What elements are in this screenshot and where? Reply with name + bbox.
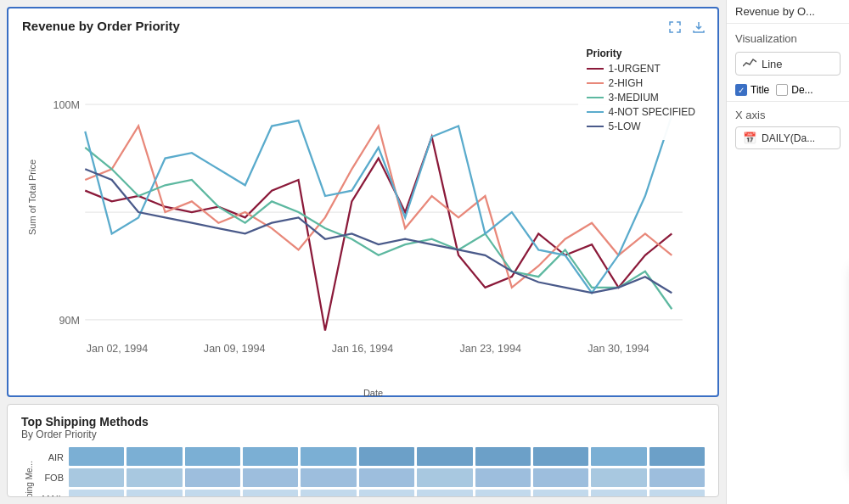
heatmap-cell xyxy=(533,447,588,466)
chart-title: Revenue by Order Priority xyxy=(22,19,704,33)
legend-item-2: 2-HIGH xyxy=(587,77,695,89)
chart-legend: Priority 1-URGENT 2-HIGH 3-MEDIUM 4-NOT … xyxy=(578,42,704,140)
svg-text:Jan 09, 1994: Jan 09, 1994 xyxy=(204,343,266,355)
xaxis-value: DAILY(Da... xyxy=(762,132,815,144)
heatmap-cell xyxy=(417,490,472,497)
description-checkbox[interactable] xyxy=(776,84,788,96)
bottom-chart-container: Top Shipping Methods By Order Priority S… xyxy=(7,404,719,497)
heatmap-cell xyxy=(533,468,588,487)
svg-text:Jan 23, 1994: Jan 23, 1994 xyxy=(459,343,521,355)
heatmap-cell xyxy=(301,490,356,497)
legend-item-4: 4-NOT SPECIFIED xyxy=(587,106,695,118)
line-chart-icon xyxy=(743,57,756,70)
heatmap-cell xyxy=(127,447,182,466)
title-checkbox[interactable]: ✓ xyxy=(735,84,747,96)
download-icon[interactable] xyxy=(690,19,707,39)
heatmap-cell xyxy=(69,468,124,487)
heatmap-cell xyxy=(591,447,646,466)
heatmap-cell xyxy=(359,447,414,466)
chart-icons xyxy=(666,19,707,39)
main-chart-container: Revenue by Order Priority Sum of Total P… xyxy=(7,7,719,397)
heatmap-cell xyxy=(359,468,414,487)
heatmap-cell xyxy=(475,447,531,466)
visualization-section: Visualization Line ✓ Title De... xyxy=(727,24,849,101)
heatmap-cell xyxy=(649,490,705,497)
svg-text:90M: 90M xyxy=(59,315,80,327)
heatmap-cell xyxy=(475,468,531,487)
legend-item-5: 5-LOW xyxy=(587,120,695,132)
svg-text:Jan 16, 1994: Jan 16, 1994 xyxy=(332,343,394,355)
bottom-chart-title: Top Shipping Methods xyxy=(21,415,705,428)
viz-line-label: Line xyxy=(762,58,783,70)
heatmap-row-mail xyxy=(69,490,705,497)
heatmap-cell xyxy=(649,468,705,487)
legend-title: Priority xyxy=(587,48,695,59)
title-checkbox-item[interactable]: ✓ Title xyxy=(735,84,769,96)
legend-item-3: 3-MEDIUM xyxy=(587,92,695,104)
heatmap-grid xyxy=(69,447,705,497)
heatmap-cell xyxy=(127,490,182,497)
heatmap-cell xyxy=(649,447,705,466)
svg-text:Jan 30, 1994: Jan 30, 1994 xyxy=(588,343,649,355)
left-panel: Revenue by Order Priority Sum of Total P… xyxy=(0,0,726,504)
right-panel: Revenue by O... Visualization Line ✓ Tit… xyxy=(726,0,849,504)
svg-text:100M: 100M xyxy=(53,99,80,111)
visualization-label: Visualization xyxy=(735,32,841,45)
heatmap-cell xyxy=(243,468,298,487)
heatmap-cell xyxy=(127,468,182,487)
heatmap-cell xyxy=(475,490,531,497)
svg-text:Jan 02, 1994: Jan 02, 1994 xyxy=(87,343,149,355)
viz-line-option[interactable]: Line xyxy=(735,52,841,76)
heatmap-cell xyxy=(243,447,298,466)
heatmap-cell xyxy=(69,490,124,497)
calendar-icon: 📅 xyxy=(743,132,756,144)
heatmap-row-fob xyxy=(69,468,705,487)
heatmap-cell xyxy=(243,490,298,497)
xaxis-daily-pill[interactable]: 📅 DAILY(Da... xyxy=(735,126,841,149)
title-label: Title xyxy=(751,84,769,96)
description-checkbox-item[interactable]: De... xyxy=(776,84,812,96)
legend-item-1: 1-URGENT xyxy=(587,63,695,75)
heatmap-area: Shipping Me... AIR FOB MAIL RAIL xyxy=(21,447,705,497)
x-axis-label: Date xyxy=(42,388,704,398)
heatmap-cell xyxy=(185,447,240,466)
heatmap-y-labels: AIR FOB MAIL RAIL xyxy=(37,447,64,497)
heatmap-cell xyxy=(591,490,646,497)
right-panel-header: Revenue by O... xyxy=(727,0,849,24)
bottom-chart-subtitle: By Order Priority xyxy=(21,428,705,440)
expand-icon[interactable] xyxy=(666,19,683,39)
heatmap-cell xyxy=(359,490,414,497)
heatmap-cell xyxy=(591,468,646,487)
heatmap-cell xyxy=(185,468,240,487)
heatmap-cell xyxy=(185,490,240,497)
heatmap-row-air xyxy=(69,447,705,466)
description-label: De... xyxy=(791,84,812,96)
heatmap-cell xyxy=(533,490,588,497)
heatmap-cell xyxy=(301,447,356,466)
heatmap-cell xyxy=(301,468,356,487)
heatmap-cell xyxy=(417,468,472,487)
checkboxes-row: ✓ Title De... xyxy=(735,84,841,96)
y-axis-label: Sum of Total Price xyxy=(22,40,42,354)
heatmap-cell xyxy=(417,447,472,466)
xaxis-section: X axis 📅 DAILY(Da... xyxy=(727,101,849,156)
heatmap-cell xyxy=(69,447,124,466)
heatmap-y-axis: Shipping Me... xyxy=(21,447,37,497)
xaxis-label: X axis xyxy=(735,109,841,121)
